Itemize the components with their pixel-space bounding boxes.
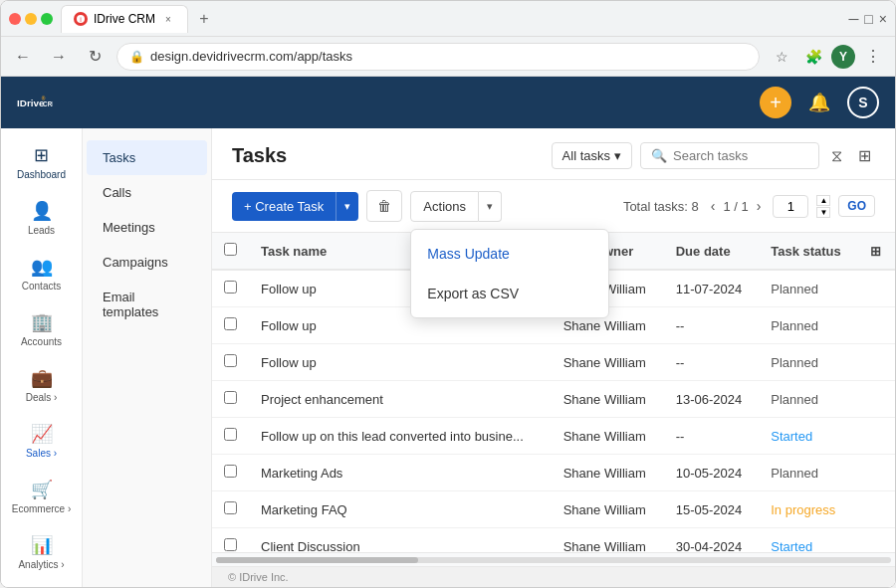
profile-avatar[interactable]: Y <box>831 45 855 69</box>
sidebar-item-contacts[interactable]: 👥 Contacts <box>6 248 78 299</box>
active-tab[interactable]: i IDrive CRM × <box>61 5 188 33</box>
toolbar: + Create Task ▾ 🗑 Actions ▾ <box>212 180 895 233</box>
row-due-date: -- <box>664 344 760 381</box>
contacts-icon: 👥 <box>31 256 53 278</box>
add-btn[interactable]: + <box>760 87 791 118</box>
sidebar-item-deals[interactable]: 💼 Deals › <box>6 359 78 411</box>
table-row: Client Discussion Shane William 30-04-20… <box>212 528 895 553</box>
row-task-owner: Shane William <box>552 528 664 553</box>
sidebar-item-sales[interactable]: 📈 Sales › <box>6 415 78 467</box>
menu-btn[interactable]: ⋮ <box>859 43 887 71</box>
actions-label: Actions <box>423 199 466 214</box>
deals-icon: 💼 <box>31 367 53 389</box>
left-nav-campaigns[interactable]: Campaigns <box>87 245 207 280</box>
grid-view-btn[interactable]: ⊞ <box>854 142 875 169</box>
row-task-status: In progress <box>759 491 858 528</box>
sidebar-label-analytics: Analytics › <box>18 559 64 570</box>
filter-dropdown[interactable]: All tasks ▾ <box>552 142 632 169</box>
row-task-name: Follow up on this lead converted into bu… <box>249 418 552 455</box>
sidebar-item-ecommerce[interactable]: 🛒 Ecommerce › <box>6 471 78 522</box>
row-checkbox-0[interactable] <box>224 281 237 294</box>
star-btn[interactable]: ☆ <box>768 43 795 71</box>
left-nav-calls[interactable]: Calls <box>87 175 207 210</box>
ecommerce-icon: 🛒 <box>31 479 53 500</box>
next-page-btn[interactable]: › <box>753 196 766 216</box>
notification-icon: 🔔 <box>808 92 830 113</box>
browser-close-btn[interactable] <box>9 13 21 25</box>
new-tab-btn[interactable]: + <box>192 7 216 31</box>
row-checkbox-3[interactable] <box>224 391 237 404</box>
prev-page-btn[interactable]: ‹ <box>707 196 720 216</box>
secure-icon: 🔒 <box>129 50 144 64</box>
sidebar-item-leads[interactable]: 👤 Leads <box>6 192 78 244</box>
address-bar[interactable]: 🔒 design.devidrivecrm.com/app/tasks <box>116 43 760 71</box>
actions-dropdown: Mass Update Export as CSV <box>410 229 609 318</box>
row-task-owner: Shane William <box>552 381 664 418</box>
sidebar-item-dashboard[interactable]: ⊞ Dashboard <box>6 136 78 188</box>
sidebar: ⊞ Dashboard 👤 Leads 👥 Contacts 🏢 Account… <box>1 128 83 587</box>
actions-group: Actions ▾ Mass Update Export as CSV <box>410 191 502 222</box>
row-checkbox-5[interactable] <box>224 465 237 478</box>
sidebar-item-accounts[interactable]: 🏢 Accounts <box>6 303 78 355</box>
row-checkbox-1[interactable] <box>224 317 237 330</box>
row-checkbox-4[interactable] <box>224 428 237 441</box>
row-task-owner: Shane William <box>552 418 664 455</box>
page-number-input[interactable] <box>773 195 808 218</box>
mass-update-item[interactable]: Mass Update <box>411 234 608 274</box>
page-up-btn[interactable]: ▲ <box>816 195 830 206</box>
row-checkbox-cell <box>212 491 249 528</box>
row-checkbox-7[interactable] <box>224 538 237 551</box>
select-all-checkbox[interactable] <box>224 243 237 256</box>
table-row: Marketing Ads Shane William 10-05-2024 P… <box>212 455 895 491</box>
create-task-btn[interactable]: + Create Task <box>232 192 336 221</box>
row-checkbox-6[interactable] <box>224 501 237 514</box>
sidebar-item-data-migration[interactable]: 🗄 Data Migration <box>6 582 78 587</box>
filter-icon-btn[interactable]: ⧖ <box>827 143 846 169</box>
notification-btn[interactable]: 🔔 <box>803 87 835 118</box>
window-close-btn[interactable]: × <box>879 11 887 27</box>
row-task-name: Follow up <box>249 344 552 381</box>
search-input[interactable] <box>673 148 808 163</box>
row-task-name: Client Discussion <box>249 528 552 553</box>
browser-minimize-btn[interactable] <box>25 13 37 25</box>
search-icon: 🔍 <box>651 148 667 163</box>
row-task-owner: Shane William <box>552 455 664 491</box>
browser-maximize-btn[interactable] <box>41 13 53 25</box>
columns-icon[interactable]: ⊞ <box>870 244 881 259</box>
sidebar-item-analytics[interactable]: 📊 Analytics › <box>6 526 78 578</box>
horizontal-scrollbar[interactable] <box>216 557 891 563</box>
search-box: 🔍 <box>640 142 819 169</box>
export-csv-item[interactable]: Export as CSV <box>411 274 608 313</box>
main-header-right: All tasks ▾ 🔍 ⧖ ⊞ <box>552 142 875 169</box>
go-btn[interactable]: GO <box>838 195 875 217</box>
left-nav: Tasks Calls Meetings Campaigns Email tem… <box>83 128 212 587</box>
window-minimize-btn[interactable]: ─ <box>848 11 858 27</box>
header-avatar[interactable]: S <box>847 87 879 118</box>
left-nav-email-templates[interactable]: Email templates <box>87 280 207 329</box>
row-task-name: Project enhancement <box>249 381 552 418</box>
create-task-label: + Create Task <box>244 199 324 214</box>
left-nav-meetings[interactable]: Meetings <box>87 210 207 245</box>
back-btn[interactable]: ← <box>9 43 37 71</box>
delete-btn[interactable]: 🗑 <box>366 190 402 222</box>
forward-btn[interactable]: → <box>45 43 73 71</box>
header-task-status: Task status <box>759 233 858 270</box>
page-down-btn[interactable]: ▼ <box>816 207 830 218</box>
actions-arrow-btn[interactable]: ▾ <box>479 191 502 222</box>
table-row: Follow up Shane William -- Planned <box>212 344 895 381</box>
row-checkbox-cell <box>212 455 249 491</box>
extensions-btn[interactable]: 🧩 <box>799 43 827 71</box>
left-nav-tasks[interactable]: Tasks <box>87 140 207 175</box>
row-actions-cell <box>858 455 895 491</box>
actions-btn[interactable]: Actions <box>410 191 479 222</box>
filter-chevron-icon: ▾ <box>614 148 621 163</box>
window-restore-btn[interactable]: □ <box>864 11 872 27</box>
pagination: ‹ 1 / 1 › <box>707 196 766 216</box>
refresh-btn[interactable]: ↻ <box>81 43 109 71</box>
create-task-arrow-btn[interactable]: ▾ <box>336 192 358 221</box>
table-row: Project enhancement Shane William 13-06-… <box>212 381 895 418</box>
tab-close-btn[interactable]: × <box>161 12 175 26</box>
header-due-date: Due date <box>664 233 760 270</box>
url-text: design.devidrivecrm.com/app/tasks <box>150 49 352 64</box>
row-checkbox-2[interactable] <box>224 354 237 367</box>
